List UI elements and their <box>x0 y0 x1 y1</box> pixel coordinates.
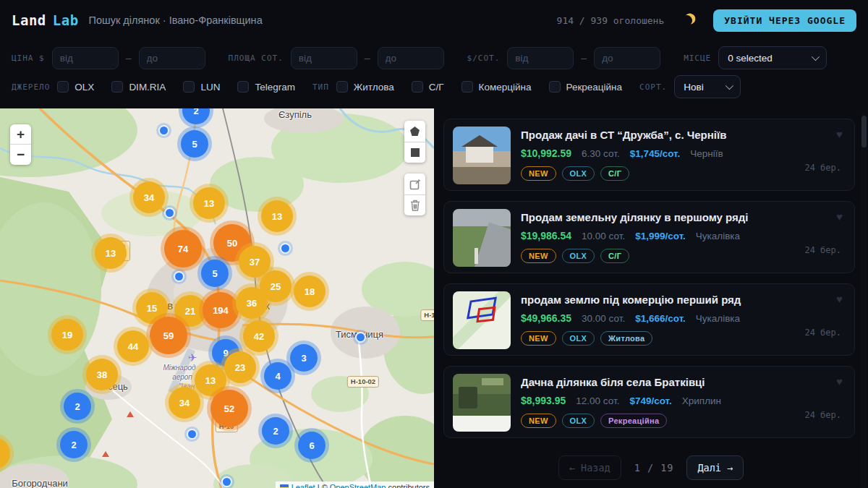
map-cluster-5[interactable]: 5 <box>201 260 229 287</box>
road-badge: Н-10-02 <box>347 376 379 388</box>
pagination: ← Назад 1 / 19 Далі → <box>434 448 868 488</box>
sort-select[interactable]: Нові <box>674 75 741 98</box>
price-to-input[interactable] <box>139 47 205 69</box>
checkbox-icon <box>111 81 123 93</box>
listing-title: Дачна ділянка біля села Братківці <box>521 376 843 388</box>
map-marker[interactable] <box>187 429 197 440</box>
map-cluster-36[interactable]: 36 <box>236 287 268 319</box>
range-dash: – <box>581 52 587 64</box>
map-marker[interactable] <box>355 332 366 343</box>
map-cluster-2[interactable]: 2 <box>64 393 91 420</box>
type-checkbox-agricultural[interactable]: С/Г <box>412 81 444 93</box>
place-select[interactable]: 0 selected <box>718 46 827 69</box>
edit-shapes-button[interactable] <box>404 174 425 194</box>
listing-area: 30.00 сот. <box>582 313 625 324</box>
type-checkbox-recreational[interactable]: Рекреаційна <box>549 81 623 93</box>
map-marker[interactable] <box>280 243 291 254</box>
map-cluster-6[interactable]: 6 <box>298 432 326 459</box>
map-cluster-34[interactable]: 34 <box>169 387 200 419</box>
map-cluster-38[interactable]: 38 <box>86 359 118 390</box>
favorite-heart-icon[interactable]: ♥ <box>836 375 843 388</box>
map-label: аероп <box>172 373 192 381</box>
map-cluster-2[interactable]: 2 <box>60 431 88 458</box>
map-label: Богородчани <box>12 478 68 488</box>
listing-thumbnail <box>453 374 511 432</box>
map-cluster-194[interactable]: 194 <box>203 292 239 328</box>
listing-date: 24 бер. <box>804 245 841 255</box>
source-checkbox-lun[interactable]: LUN <box>183 81 220 93</box>
source-checkbox-dimria[interactable]: DIM.RIA <box>111 81 166 93</box>
app-logo[interactable]: Land Lab <box>12 12 79 28</box>
zoom-in-button[interactable]: + <box>10 124 31 145</box>
favorite-heart-icon[interactable]: ♥ <box>836 128 843 140</box>
price-filter-label: ЦІНА $ <box>12 53 45 63</box>
map-cluster-clipped[interactable] <box>0 437 10 469</box>
zoom-out-button[interactable]: − <box>10 145 31 165</box>
type-checkbox-residential[interactable]: Житлова <box>336 81 394 93</box>
map-cluster-74[interactable]: 74 <box>164 230 202 267</box>
next-page-button[interactable]: Далі → <box>686 455 744 480</box>
listing-badge-new: NEW <box>521 166 556 181</box>
map-cluster-2[interactable]: 2 <box>262 417 289 445</box>
map-cluster-13[interactable]: 13 <box>261 200 293 232</box>
favorite-heart-icon[interactable]: ♥ <box>836 293 843 305</box>
listing-badge-new: NEW <box>521 249 556 263</box>
page-title: Пошук ділянок · Івано-Франківщина <box>89 14 263 26</box>
openstreetmap-link[interactable]: OpenStreetMap <box>330 483 386 488</box>
source-checkbox-telegram[interactable]: Telegram <box>237 81 295 93</box>
theme-toggle[interactable] <box>680 11 699 30</box>
listing-badges: NEWOLXЖитлова <box>521 331 843 346</box>
map-cluster-13[interactable]: 13 <box>193 187 225 219</box>
listing-card[interactable]: Продаж дачі в СТ “Дружба”, с. Черніїв $1… <box>443 119 855 191</box>
price-from-input[interactable] <box>52 47 119 69</box>
area-to-input[interactable] <box>378 47 444 69</box>
listing-title: Продам земельну ділянку в першому ряді <box>521 211 843 223</box>
area-from-input[interactable] <box>291 47 357 69</box>
favorite-heart-icon[interactable]: ♥ <box>836 210 843 223</box>
map-marker[interactable] <box>221 476 232 487</box>
map-marker[interactable] <box>174 271 184 282</box>
type-checkbox-commercial[interactable]: Комерційна <box>461 81 532 93</box>
map[interactable]: ЄзупільІвано-ФранківськТисменицяЛисецьБо… <box>0 108 434 488</box>
listing-price-per-sot: $1,999/сот. <box>635 231 686 241</box>
listing-date: 24 бер. <box>804 163 841 173</box>
scrollbar-thumb[interactable] <box>861 116 867 147</box>
prev-page-button[interactable]: ← Назад <box>558 455 621 480</box>
listing-card[interactable]: продам землю під комерцію перший ряд $49… <box>443 283 855 356</box>
draw-rectangle-button[interactable] <box>404 142 425 163</box>
listing-title: Продаж дачі в СТ “Дружба”, с. Черніїв <box>521 129 843 141</box>
map-cluster-13[interactable]: 13 <box>95 237 127 269</box>
delete-shapes-button[interactable] <box>404 194 425 215</box>
checkbox-icon <box>237 81 249 93</box>
map-zoom-control: + − <box>10 124 31 165</box>
map-cluster-18[interactable]: 18 <box>294 275 326 307</box>
pps-from-input[interactable] <box>507 47 574 69</box>
source-checkbox-olx[interactable]: OLX <box>57 81 94 93</box>
panel-scrollbar[interactable] <box>861 113 867 488</box>
listing-card[interactable]: Продам земельну ділянку в першому ряді $… <box>443 201 855 273</box>
map-label: Міжнарод <box>163 364 195 372</box>
map-cluster-44[interactable]: 44 <box>117 330 149 362</box>
map-cluster-42[interactable]: 42 <box>243 320 275 352</box>
pps-to-input[interactable] <box>594 47 660 69</box>
map-cluster-59[interactable]: 59 <box>150 317 187 354</box>
map-cluster-19[interactable]: 19 <box>51 319 83 351</box>
map-cluster-52[interactable]: 52 <box>210 390 248 427</box>
map-cluster-4[interactable]: 4 <box>264 362 292 390</box>
map-cluster-34[interactable]: 34 <box>133 181 165 213</box>
draw-polygon-button[interactable] <box>404 121 425 142</box>
listing-area: 12.00 сот. <box>576 395 619 406</box>
listing-card[interactable]: Дачна ділянка біля села Братківці $8,993… <box>443 366 855 438</box>
listing-price-per-sot: $749/сот. <box>629 395 671 406</box>
map-cluster-3[interactable]: 3 <box>290 344 318 372</box>
map-marker[interactable] <box>164 207 175 218</box>
price-per-sot-filter-label: $/СОТ. <box>467 53 501 63</box>
google-login-button[interactable]: УВІЙТИ ЧЕРЕЗ GOOGLE <box>713 9 856 32</box>
listing-badge-res: Житлова <box>600 331 652 346</box>
map-marker[interactable] <box>158 125 169 136</box>
leaflet-link[interactable]: Leaflet <box>292 483 315 488</box>
map-cluster-2[interactable]: 2 <box>182 108 210 124</box>
map-cluster-23[interactable]: 23 <box>224 351 256 383</box>
map-cluster-5[interactable]: 5 <box>181 130 208 158</box>
logo-lab: Lab <box>53 12 79 28</box>
